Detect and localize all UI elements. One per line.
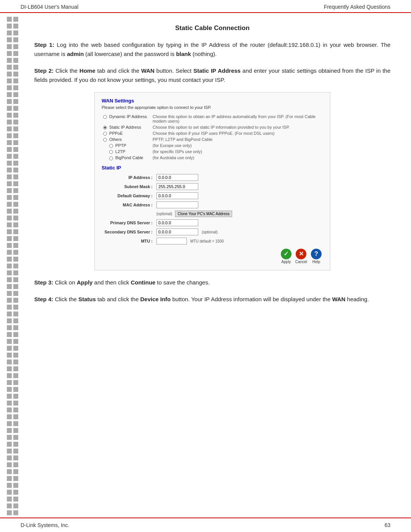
primary-dns-input[interactable] bbox=[156, 219, 198, 226]
option-pptp[interactable]: PPTP (for Europe use only) bbox=[102, 142, 323, 149]
step3-label: Step 3: bbox=[34, 279, 53, 286]
step4-paragraph: Step 4: Click the Status tab and click t… bbox=[34, 295, 390, 304]
mtu-label: MTU : bbox=[102, 236, 155, 246]
page-footer: D-Link Systems, Inc. 63 bbox=[0, 518, 411, 532]
subnet-mask-input[interactable] bbox=[156, 183, 198, 190]
static-ip-title: Static IP bbox=[102, 165, 323, 171]
apply-label: Apply bbox=[281, 260, 291, 264]
field-default-gateway: Default Gateway : bbox=[102, 191, 323, 200]
secondary-dns-input[interactable] bbox=[156, 228, 198, 235]
main-content: Static Cable Connection Step 1: Log into… bbox=[0, 13, 411, 323]
field-mtu: MTU : MTU default = 1500 bbox=[102, 236, 323, 246]
wan-settings-box: WAN Settings Please select the appropria… bbox=[94, 92, 330, 270]
mtu-input[interactable] bbox=[156, 238, 187, 244]
option-others[interactable]: Others PPTP, L2TP and BigPond Cable bbox=[102, 136, 323, 142]
field-primary-dns: Primary DNS Server : bbox=[102, 218, 323, 227]
page-header: DI-LB604 User's Manual Frequently Asked … bbox=[0, 0, 411, 13]
cancel-label: Cancel bbox=[295, 260, 307, 264]
radio-dynamic-ip[interactable] bbox=[103, 115, 107, 119]
wan-settings-title: WAN Settings bbox=[102, 98, 323, 104]
footer-page-number: 63 bbox=[384, 522, 390, 528]
step3-bold1: Apply bbox=[77, 279, 93, 286]
step2-text2: tab and click the bbox=[96, 67, 141, 74]
radio-pptp[interactable] bbox=[109, 144, 113, 148]
ip-address-input[interactable] bbox=[156, 174, 198, 181]
radio-options-table: Dynamic IP Address Choose this option to… bbox=[102, 113, 323, 161]
step1-bold1: admin bbox=[67, 51, 84, 57]
step4-bold1: Status bbox=[78, 296, 96, 302]
subnet-mask-label: Subnet Mask : bbox=[102, 182, 155, 191]
step3-paragraph: Step 3: Click on Apply and then click Co… bbox=[34, 278, 390, 287]
step4-text4: heading. bbox=[346, 296, 369, 302]
step4-text2: tab and click the bbox=[96, 296, 140, 302]
decorative-squares bbox=[7, 17, 20, 515]
step2-label: Step 2: bbox=[34, 67, 54, 74]
option-bigpond[interactable]: BigPond Cable (for Australia use only) bbox=[102, 155, 323, 161]
field-subnet-mask: Subnet Mask : bbox=[102, 182, 323, 191]
clone-mac-button[interactable]: Clone Your PC's MAC Address bbox=[175, 211, 232, 217]
help-label: Help bbox=[312, 260, 320, 264]
field-ip-address: IP Address : bbox=[102, 173, 323, 182]
step1-bold2: blank bbox=[176, 51, 191, 57]
option-l2tp[interactable]: L2TP (for specific ISPs use only) bbox=[102, 149, 323, 155]
step3-text3: to save the changes. bbox=[155, 279, 210, 286]
step2-paragraph: Step 2: Click the Home tab and click the… bbox=[34, 66, 390, 85]
mac-address-input[interactable] bbox=[156, 201, 198, 208]
action-buttons: ✓ Apply ✕ Cancel ? Help bbox=[102, 249, 323, 264]
option-static-ip[interactable]: Static IP Address Choose this option to … bbox=[102, 124, 323, 130]
footer-company: D-Link Systems, Inc. bbox=[21, 522, 69, 528]
default-gateway-input[interactable] bbox=[156, 192, 198, 199]
radio-l2tp[interactable] bbox=[109, 150, 113, 154]
option-pppoe[interactable]: PPPoE Choose this option if your ISP use… bbox=[102, 130, 323, 136]
radio-static-ip[interactable] bbox=[103, 126, 107, 129]
step1-text2: (all lowercase) and the password is bbox=[84, 51, 176, 57]
mac-optional-text: (optional) bbox=[156, 212, 172, 216]
option-dynamic-ip[interactable]: Dynamic IP Address Choose this option to… bbox=[102, 113, 323, 124]
step4-bold2: Device Info bbox=[140, 296, 170, 302]
section-heading: Static Cable Connection bbox=[34, 24, 390, 32]
apply-icon[interactable]: ✓ bbox=[281, 249, 292, 259]
radio-bigpond[interactable] bbox=[109, 157, 113, 160]
help-icon[interactable]: ? bbox=[311, 249, 322, 259]
mac-address-label: MAC Address : bbox=[102, 200, 155, 209]
step4-text3: button. Your IP Address information will… bbox=[170, 296, 332, 302]
step2-bold1: Home bbox=[80, 67, 96, 74]
step3-text1: Click on bbox=[55, 279, 77, 286]
step2-text1: Click the bbox=[56, 67, 80, 74]
step1-paragraph: Step 1: Log into the web based configura… bbox=[34, 40, 390, 59]
cancel-button-group[interactable]: ✕ Cancel bbox=[295, 249, 307, 264]
step3-bold2: Continue bbox=[131, 279, 155, 286]
step4-text1: Click the bbox=[55, 296, 78, 302]
apply-button-group[interactable]: ✓ Apply bbox=[281, 249, 292, 264]
primary-dns-label: Primary DNS Server : bbox=[102, 218, 155, 227]
radio-others[interactable] bbox=[103, 138, 107, 142]
step4-label: Step 4: bbox=[34, 296, 53, 302]
field-mac-clone: (optional) Clone Your PC's MAC Address bbox=[102, 209, 323, 218]
field-secondary-dns: Secondary DNS Server : (optional) bbox=[102, 227, 323, 236]
wan-settings-subtitle: Please select the appropriate option to … bbox=[102, 105, 323, 110]
radio-pppoe[interactable] bbox=[103, 132, 107, 136]
secondary-dns-optional: (optional) bbox=[202, 230, 218, 234]
section-title: Frequently Asked Questions bbox=[324, 4, 390, 10]
step3-text2: and then click bbox=[92, 279, 131, 286]
secondary-dns-label: Secondary DNS Server : bbox=[102, 227, 155, 236]
field-mac-address: MAC Address : bbox=[102, 200, 323, 209]
cancel-icon[interactable]: ✕ bbox=[296, 249, 306, 259]
ip-address-label: IP Address : bbox=[102, 173, 155, 182]
static-ip-table: IP Address : Subnet Mask : Default Gatew… bbox=[102, 173, 323, 246]
default-gateway-label: Default Gateway : bbox=[102, 191, 155, 200]
step1-text3: (nothing). bbox=[191, 51, 217, 57]
mtu-default-text: MTU default = 1500 bbox=[190, 239, 224, 243]
manual-title: DI-LB604 User's Manual bbox=[21, 4, 78, 10]
step2-bold3: Static IP Address bbox=[193, 67, 241, 74]
step2-bold2: WAN bbox=[141, 67, 155, 74]
help-button-group[interactable]: ? Help bbox=[311, 249, 322, 264]
step2-text3: button. Select bbox=[155, 67, 193, 74]
step1-label: Step 1: bbox=[34, 42, 54, 48]
step4-bold3: WAN bbox=[332, 296, 346, 302]
